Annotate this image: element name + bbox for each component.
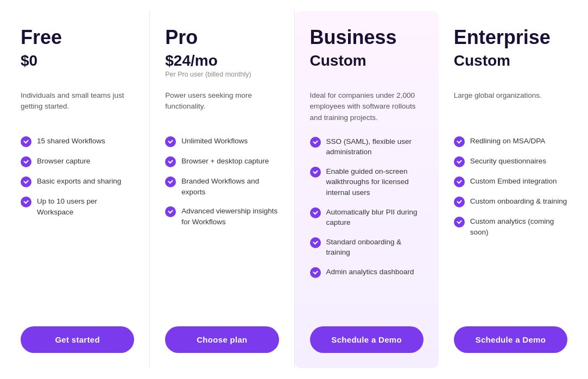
plan-price-free: $0 — [21, 52, 134, 70]
check-icon — [165, 206, 176, 217]
list-item: Custom onboarding & training — [454, 196, 567, 207]
feature-text: Unlimited Workflows — [181, 136, 248, 147]
plan-price-note-pro: Per Pro user (billed monthly) — [165, 71, 279, 80]
check-icon — [454, 217, 465, 228]
feature-text: Up to 10 users per Workspace — [37, 196, 134, 217]
check-icon — [21, 156, 31, 167]
feature-text: Basic exports and sharing — [37, 176, 121, 187]
plan-name-pro: Pro — [165, 26, 279, 49]
list-item: Basic exports and sharing — [21, 176, 134, 187]
list-item: Standard onboarding & training — [310, 237, 423, 258]
plan-name-business: Business — [310, 26, 423, 49]
feature-text: Branded Workflows and exports — [181, 176, 279, 197]
enterprise-button[interactable]: Schedule a Demo — [454, 326, 567, 353]
check-icon — [454, 176, 465, 187]
plan-price-business: Custom — [310, 52, 423, 70]
list-item: SSO (SAML), flexible user administration — [310, 136, 423, 157]
feature-text: Standard onboarding & training — [326, 237, 423, 258]
list-item: Automatically blur PII during capture — [310, 207, 423, 228]
list-item: Advanced viewership insights for Workflo… — [165, 206, 279, 227]
plan-name-free: Free — [21, 26, 134, 49]
check-icon — [310, 207, 321, 218]
features-list-free: 15 shared WorkflowsBrowser captureBasic … — [21, 136, 134, 309]
list-item: Admin analytics dashboard — [310, 267, 423, 278]
list-item: Browser capture — [21, 156, 134, 167]
check-icon — [165, 176, 176, 187]
features-list-enterprise: Redlining on MSA/DPASecurity questionnai… — [454, 136, 567, 309]
pro-button[interactable]: Choose plan — [165, 326, 279, 353]
plan-card-free: Free$0Individuals and small teams just g… — [5, 11, 150, 368]
check-icon — [21, 136, 31, 147]
check-icon — [310, 167, 321, 178]
feature-text: Advanced viewership insights for Workflo… — [181, 206, 279, 227]
plan-description-free: Individuals and small teams just getting… — [21, 90, 134, 123]
list-item: Security questionnaires — [454, 156, 567, 167]
feature-text: Redlining on MSA/DPA — [470, 136, 546, 147]
features-list-business: SSO (SAML), flexible user administration… — [310, 136, 423, 309]
plan-description-enterprise: Large global organizations. — [454, 90, 567, 123]
list-item: Enable guided on-screen walkthroughs for… — [310, 166, 423, 198]
plan-card-enterprise: EnterpriseCustomLarge global organizatio… — [439, 11, 583, 368]
list-item: Redlining on MSA/DPA — [454, 136, 567, 147]
feature-text: Security questionnaires — [470, 156, 546, 167]
check-icon — [454, 136, 465, 147]
feature-text: Enable guided on-screen walkthroughs for… — [326, 166, 423, 198]
list-item: 15 shared Workflows — [21, 136, 134, 147]
feature-text: 15 shared Workflows — [37, 136, 105, 147]
feature-text: Admin analytics dashboard — [326, 267, 414, 277]
check-icon — [310, 137, 321, 148]
plan-description-business: Ideal for companies under 2,000 employee… — [310, 90, 423, 123]
list-item: Branded Workflows and exports — [165, 176, 279, 197]
check-icon — [454, 156, 465, 167]
plan-card-business: BusinessCustomIdeal for companies under … — [295, 11, 439, 368]
list-item: Custom analytics (coming soon) — [454, 216, 567, 237]
business-button[interactable]: Schedule a Demo — [310, 326, 423, 353]
feature-text: Automatically blur PII during capture — [326, 207, 423, 228]
list-item: Unlimited Workflows — [165, 136, 279, 147]
check-icon — [310, 237, 321, 248]
list-item: Up to 10 users per Workspace — [21, 196, 134, 217]
feature-text: Custom analytics (coming soon) — [470, 216, 567, 237]
check-icon — [21, 197, 31, 207]
plan-price-note-free — [21, 71, 134, 80]
feature-text: Browser + desktop capture — [181, 156, 269, 167]
plan-name-enterprise: Enterprise — [454, 26, 567, 49]
feature-text: Custom Embed integration — [470, 176, 557, 187]
check-icon — [165, 136, 176, 147]
feature-text: Browser capture — [37, 156, 90, 167]
list-item: Custom Embed integration — [454, 176, 567, 187]
check-icon — [165, 156, 176, 167]
plan-card-pro: Pro$24/moPer Pro user (billed monthly)Po… — [150, 11, 294, 368]
plan-price-enterprise: Custom — [454, 52, 567, 70]
plan-price-note-enterprise — [454, 71, 567, 80]
list-item: Browser + desktop capture — [165, 156, 279, 167]
feature-text: SSO (SAML), flexible user administration — [326, 136, 423, 157]
plan-price-pro: $24/mo — [165, 52, 279, 70]
check-icon — [21, 176, 31, 187]
plan-description-pro: Power users seeking more functionality. — [165, 90, 279, 123]
features-list-pro: Unlimited WorkflowsBrowser + desktop cap… — [165, 136, 279, 309]
plan-price-note-business — [310, 71, 423, 80]
feature-text: Custom onboarding & training — [470, 196, 567, 207]
pricing-container: Free$0Individuals and small teams just g… — [0, 0, 588, 379]
free-button[interactable]: Get started — [21, 326, 134, 353]
check-icon — [454, 197, 465, 207]
check-icon — [310, 267, 321, 278]
